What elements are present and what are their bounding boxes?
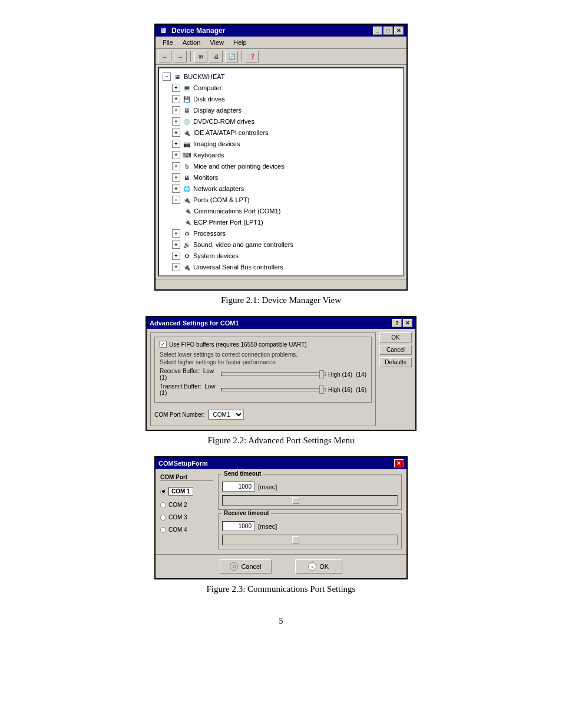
dm-properties-btn[interactable]: ⊞ [194, 51, 207, 62]
tree-item-system[interactable]: + ⚙ System devices [171, 251, 401, 261]
com-port-panel: COM Port COM 1 COM 2 COM 3 COM 4 [160, 474, 213, 549]
device-manager-window: 🖥 Device Manager _ □ ✕ File Action View … [154, 24, 408, 291]
transmit-buffer-slider[interactable] [221, 388, 326, 391]
tree-item-display[interactable]: + 🖥 Display adapters [171, 105, 401, 116]
send-timeout-input[interactable] [222, 482, 254, 492]
transmit-value: (16) [356, 387, 366, 393]
dvd-expand[interactable]: + [172, 117, 180, 126]
com-port4-row[interactable]: COM 4 [160, 526, 213, 533]
root-expand-icon[interactable]: − [163, 73, 171, 81]
tree-item-processors[interactable]: + ⚙ Processors [171, 228, 401, 239]
adv-ok-btn[interactable]: OK [379, 332, 412, 342]
adv-cancel-btn[interactable]: Cancel [379, 345, 412, 355]
adv-hint1: Select lower settings to correct connect… [160, 351, 366, 358]
transmit-buffer-label: Transmit Buffer: Low (1) [160, 383, 219, 396]
ide-expand[interactable]: + [172, 129, 180, 137]
tree-root[interactable]: − 🖥 BUCKWHEAT [161, 71, 401, 82]
ports-expand[interactable]: − [172, 196, 180, 204]
fifo-checkbox[interactable]: ✓ [160, 341, 167, 348]
tree-item-dvd[interactable]: + 💿 DVD/CD-ROM drives [171, 116, 401, 127]
ide-label: IDE ATA/ATAPI controllers [193, 129, 269, 136]
dm-titlebar-left: 🖥 Device Manager [158, 27, 225, 35]
computer-icon: 💻 [182, 83, 191, 93]
display-label: Display adapters [193, 107, 242, 114]
dm-menu-view[interactable]: View [205, 38, 229, 47]
cancel-icon: ⊘ [230, 562, 238, 571]
adv-defaults-btn[interactable]: Defaults [379, 357, 412, 367]
disk-expand[interactable]: + [172, 95, 180, 103]
tree-item-disk[interactable]: + 💾 Disk drives [171, 94, 401, 104]
dm-uninstall-btn[interactable]: 🖨 [210, 51, 223, 62]
usb-expand[interactable]: + [172, 263, 180, 271]
com-ok-btn[interactable]: ⋄ OK [295, 559, 342, 574]
tree-item-sound[interactable]: + 🔊 Sound, video and game controllers [171, 239, 401, 250]
com-port2-radio[interactable] [160, 502, 166, 508]
com-body: COM Port COM 1 COM 2 COM 3 COM 4 [156, 469, 406, 554]
proc-expand[interactable]: + [172, 229, 180, 238]
tree-item-keyboards[interactable]: + ⌨ Keyboards [171, 150, 401, 160]
sound-expand[interactable]: + [172, 241, 180, 249]
sound-label: Sound, video and game controllers [193, 241, 293, 248]
monitors-expand[interactable]: + [172, 173, 180, 182]
ports-children: 🔌 Communications Port (COM1) 🔌 ECP Print… [181, 206, 401, 228]
computer-expand[interactable]: + [172, 84, 180, 92]
transmit-high-label: High (16) [328, 387, 352, 393]
imaging-expand[interactable]: + [172, 140, 180, 148]
adv-fifo-row: ✓ Use FIFO buffers (requires 16550 compa… [160, 341, 366, 348]
adv-close-btn[interactable]: ✕ [403, 319, 412, 327]
root-icon: 🖥 [173, 72, 182, 81]
dm-scan-btn[interactable]: 🔄 [225, 51, 238, 62]
dm-help-btn[interactable]: ❓ [246, 51, 259, 62]
com-port1-row[interactable]: COM 1 [160, 487, 213, 496]
dm-menu-help[interactable]: Help [229, 38, 252, 47]
dm-back-btn[interactable]: ← [158, 51, 171, 62]
tree-item-lpt1[interactable]: 🔌 ECP Printer Port (LPT1) [181, 217, 401, 228]
receive-timeout-unit: [msec] [258, 523, 277, 530]
tree-item-computer[interactable]: + 💻 Computer [171, 83, 401, 93]
receive-buffer-slider[interactable] [221, 373, 326, 376]
com-port3-radio[interactable] [160, 515, 166, 521]
dm-close-btn[interactable]: ✕ [394, 27, 404, 35]
dm-forward-btn[interactable]: → [174, 51, 187, 62]
tree-item-ports[interactable]: − 🔌 Ports (COM & LPT) [171, 195, 401, 205]
com-port3-row[interactable]: COM 3 [160, 514, 213, 521]
dm-menu-action[interactable]: Action [178, 38, 206, 47]
mice-expand[interactable]: + [172, 162, 180, 170]
dm-maximize-btn[interactable]: □ [384, 27, 393, 35]
receive-timeout-slider[interactable] [222, 535, 398, 545]
system-expand[interactable]: + [172, 252, 180, 260]
receive-timeout-thumb [292, 536, 299, 543]
receive-timeout-input-row: [msec] [222, 521, 398, 531]
dm-menu-file[interactable]: File [158, 38, 178, 47]
send-timeout-input-row: [msec] [222, 482, 398, 492]
tree-item-usb[interactable]: + 🔌 Universal Serial Bus controllers [171, 262, 401, 272]
proc-label: Processors [193, 230, 226, 237]
com-close-btn[interactable]: ✕ [394, 459, 404, 467]
lpt1-label: ECP Printer Port (LPT1) [194, 219, 263, 226]
keyboards-icon: ⌨ [182, 150, 191, 160]
com-port4-radio[interactable] [160, 527, 166, 533]
dm-minimize-btn[interactable]: _ [373, 27, 382, 35]
tree-item-com1[interactable]: 🔌 Communications Port (COM1) [181, 206, 401, 216]
display-icon: 🖥 [182, 106, 191, 115]
com-cancel-btn[interactable]: ⊘ Cancel [220, 559, 271, 574]
adv-help-btn[interactable]: ? [392, 319, 402, 327]
tree-item-ide[interactable]: + 🔌 IDE ATA/ATAPI controllers [171, 127, 401, 138]
network-expand[interactable]: + [172, 185, 180, 193]
com-setup-window: COMSetupForm ✕ COM Port COM 1 COM 2 [154, 456, 408, 579]
tree-item-monitors[interactable]: + 🖥 Monitors [171, 172, 401, 183]
com-port1-radio[interactable] [160, 489, 166, 495]
tree-item-imaging[interactable]: + 📷 Imaging devices [171, 139, 401, 149]
ports-icon: 🔌 [182, 195, 191, 205]
display-expand[interactable]: + [172, 106, 180, 114]
receive-timeout-input[interactable] [222, 521, 254, 531]
com-port2-row[interactable]: COM 2 [160, 502, 213, 508]
send-timeout-slider[interactable] [222, 495, 398, 506]
ide-icon: 🔌 [182, 128, 191, 137]
receive-buffer-row: Receive Buffer: Low (1) High (14) (14) [160, 368, 366, 381]
tree-item-mice[interactable]: + 🖱 Mice and other pointing devices [171, 161, 401, 172]
imaging-label: Imaging devices [193, 140, 240, 147]
keyboards-expand[interactable]: + [172, 151, 180, 159]
tree-item-network[interactable]: + 🌐 Network adapters [171, 183, 401, 194]
port-select[interactable]: COM1 [209, 410, 244, 420]
